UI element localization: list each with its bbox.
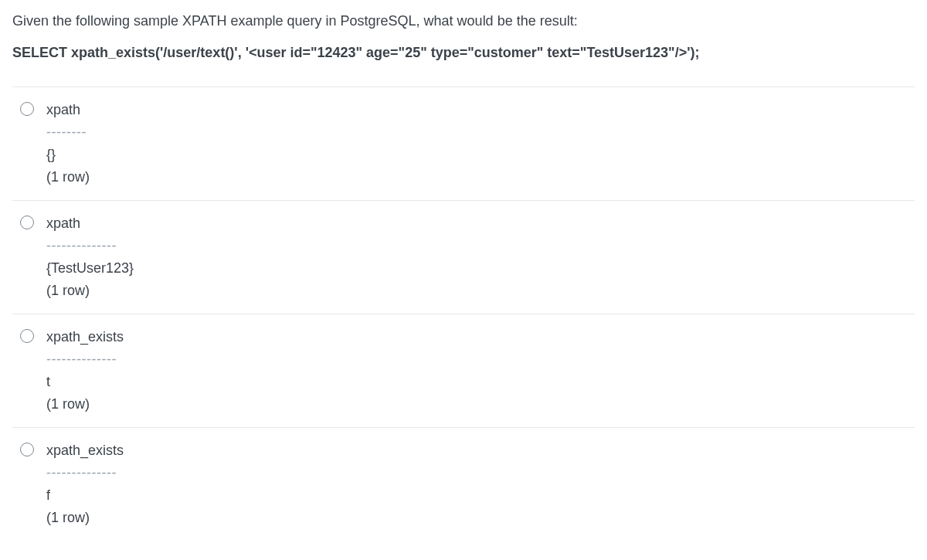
radio-4[interactable] — [20, 443, 34, 456]
question-block: Given the following sample XPATH example… — [12, 11, 915, 63]
option-4-dashes: -------------- — [46, 463, 915, 484]
option-1-header: xpath — [46, 100, 915, 120]
radio-1[interactable] — [20, 102, 34, 116]
option-body-3: xpath_exists -------------- t (1 row) — [46, 325, 915, 416]
option-1-rowcount: (1 row) — [46, 167, 915, 188]
option-body-4: xpath_exists -------------- f (1 row) — [46, 439, 915, 530]
option-3-rowcount: (1 row) — [46, 394, 915, 415]
option-1-value: {} — [46, 144, 915, 165]
options-list: xpath -------- {} (1 row) xpath --------… — [12, 87, 915, 541]
option-2-header: xpath — [46, 213, 915, 234]
option-1-dashes: -------- — [46, 122, 915, 143]
option-2-rowcount: (1 row) — [46, 280, 915, 301]
option-2-dashes: -------------- — [46, 236, 915, 256]
radio-3[interactable] — [20, 329, 34, 343]
option-4[interactable]: xpath_exists -------------- f (1 row) — [12, 427, 915, 541]
option-body-1: xpath -------- {} (1 row) — [46, 98, 915, 189]
question-code: SELECT xpath_exists('/user/text()', '<us… — [12, 42, 915, 63]
radio-2[interactable] — [20, 216, 34, 229]
option-2[interactable]: xpath -------------- {TestUser123} (1 ro… — [12, 200, 915, 314]
option-3-value: t — [46, 372, 915, 392]
option-4-rowcount: (1 row) — [46, 507, 915, 528]
option-1[interactable]: xpath -------- {} (1 row) — [12, 87, 915, 200]
option-4-header: xpath_exists — [46, 440, 915, 461]
option-2-value: {TestUser123} — [46, 258, 915, 279]
option-3-dashes: -------------- — [46, 349, 915, 370]
option-3[interactable]: xpath_exists -------------- t (1 row) — [12, 314, 915, 427]
option-3-header: xpath_exists — [46, 327, 915, 348]
option-body-2: xpath -------------- {TestUser123} (1 ro… — [46, 212, 915, 303]
question-text: Given the following sample XPATH example… — [12, 11, 915, 32]
option-4-value: f — [46, 485, 915, 506]
